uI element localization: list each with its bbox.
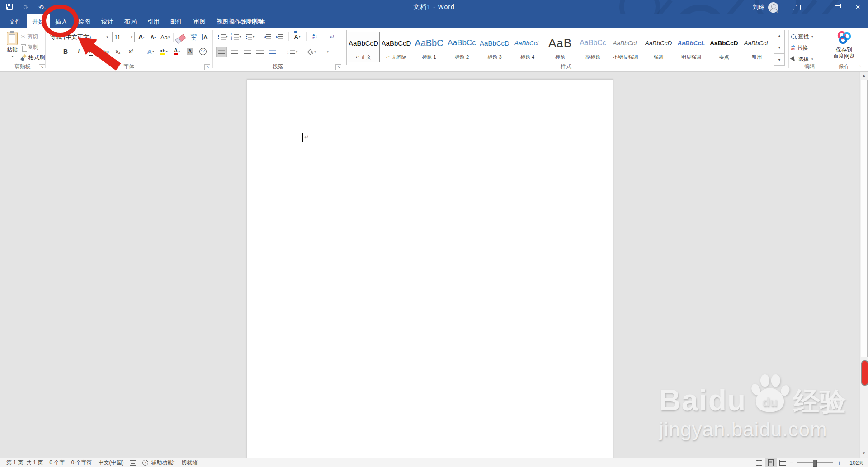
tab-design[interactable]: 设计 <box>96 14 119 28</box>
zoom-slider-thumb[interactable] <box>813 460 817 467</box>
close-button[interactable]: × <box>848 0 868 14</box>
strikethrough-button[interactable]: abc <box>100 47 110 57</box>
scroll-up-arrow[interactable]: ▲ <box>861 73 867 79</box>
style-normal[interactable]: AaBbCcD↵ 正文 <box>348 32 380 62</box>
style-heading-2[interactable]: AaBbCc标题 2 <box>446 32 478 62</box>
tab-draw[interactable]: 绘图 <box>73 14 96 28</box>
style-subtle-emphasis[interactable]: AaBbCcL不明显强调 <box>610 32 642 62</box>
italic-button[interactable]: I <box>74 47 84 57</box>
font-name-combo[interactable]: 等线 (中文正文) ▾ <box>48 32 110 42</box>
highlight-color-button[interactable]: ab▾ <box>159 47 169 57</box>
numbering-button[interactable]: ▾ <box>231 32 242 42</box>
style-heading-4[interactable]: AaBbCcL标题 4 <box>511 32 543 62</box>
cut-button[interactable]: ✂ 剪切 <box>21 32 38 41</box>
font-size-combo[interactable]: 11 ▾ <box>112 32 135 42</box>
phonetic-guide-button[interactable]: wén文 <box>189 32 198 42</box>
align-center-button[interactable] <box>230 47 240 57</box>
tell-me-search[interactable]: 操作说明搜索 <box>221 14 265 28</box>
tab-file[interactable]: 文件 <box>4 14 27 28</box>
format-painter-button[interactable]: 格式刷 <box>21 53 45 62</box>
subscript-button[interactable]: x₂ <box>113 47 123 57</box>
style-strong[interactable]: AaBbCcD要点 <box>708 32 740 62</box>
tab-insert[interactable]: 插入 <box>50 14 73 28</box>
print-layout-button[interactable] <box>765 458 777 467</box>
read-mode-button[interactable] <box>753 458 765 467</box>
tab-layout[interactable]: 布局 <box>119 14 142 28</box>
enclose-characters-button[interactable]: 字 <box>198 47 208 57</box>
show-hide-marks-button[interactable]: ↵ <box>328 32 338 42</box>
style-heading-3[interactable]: AaBbCcD标题 3 <box>479 32 511 62</box>
scroll-down-arrow[interactable]: ▼ <box>861 450 867 457</box>
character-border-button[interactable]: A <box>200 32 210 42</box>
tab-review[interactable]: 审阅 <box>188 14 211 28</box>
zoom-percentage[interactable]: 102% <box>844 460 863 466</box>
style-title[interactable]: AaB标题 <box>544 32 576 62</box>
document-page[interactable]: ↵ <box>247 79 613 458</box>
clear-formatting-button[interactable] <box>177 32 187 42</box>
style-heading-1[interactable]: AaBbC标题 1 <box>413 32 445 62</box>
styles-scroll-up-button[interactable]: ▲ <box>774 30 785 42</box>
increase-indent-button[interactable]: ▸ <box>275 32 285 42</box>
character-shading-button[interactable]: A <box>185 47 195 57</box>
paste-button[interactable]: 粘贴 ▾ <box>4 31 21 65</box>
paragraph-dialog-launcher[interactable]: ↘ <box>335 64 341 70</box>
char-count[interactable]: 0 个字符 <box>71 459 92 467</box>
zoom-out-button[interactable]: − <box>788 459 794 467</box>
styles-scroll-down-button[interactable]: ▼ <box>774 42 785 54</box>
tab-mailings[interactable]: 邮件 <box>165 14 188 28</box>
paste-dropdown-arrow[interactable]: ▾ <box>12 55 14 58</box>
language-indicator[interactable]: 中文(中国) <box>98 459 123 467</box>
scrollbar-thumb[interactable] <box>861 80 868 357</box>
style-subtitle[interactable]: AaBbCc副标题 <box>577 32 609 62</box>
shrink-font-button[interactable]: A▾ <box>148 32 158 42</box>
ribbon-tab-row: 文件 开始 插入 绘图 设计 布局 引用 邮件 审阅 视图 百度网盘 操作说明搜… <box>0 14 868 28</box>
save-to-baidu-netdisk-button[interactable]: 保存到 百度网盘 <box>833 30 855 64</box>
font-dialog-launcher[interactable]: ↘ <box>204 64 210 70</box>
line-spacing-button[interactable]: ↕▾ <box>286 47 298 57</box>
user-name[interactable]: 刘玲 <box>753 3 764 11</box>
decrease-indent-button[interactable]: ◂ <box>263 32 273 42</box>
ribbon-display-options-button[interactable] <box>787 0 807 14</box>
shading-button[interactable]: ▾ <box>307 47 316 57</box>
justify-button[interactable] <box>255 47 265 57</box>
asian-layout-button[interactable]: A▾ <box>292 32 302 42</box>
zoom-in-button[interactable]: + <box>836 459 842 467</box>
collapse-ribbon-button[interactable]: ⌃ <box>858 65 862 70</box>
multilevel-list-button[interactable]: ▾ <box>244 32 255 42</box>
tab-home[interactable]: 开始 <box>27 14 50 28</box>
user-avatar[interactable] <box>768 2 778 13</box>
font-color-button[interactable]: A▾ <box>172 47 182 57</box>
find-button[interactable]: 查找▾ <box>791 32 813 41</box>
style-quote[interactable]: AaBbCcL引用 <box>741 32 773 62</box>
vertical-scrollbar[interactable]: ▲ ▼ <box>859 72 868 458</box>
distribute-button[interactable] <box>268 47 278 57</box>
phonetic-guide-icon: wén文 <box>191 34 197 40</box>
text-effects-button[interactable]: A▾ <box>146 47 156 57</box>
underline-button[interactable]: U▾ <box>87 47 97 57</box>
replace-button[interactable]: abac 替换 <box>791 43 808 52</box>
select-button[interactable]: 选择▾ <box>791 55 813 64</box>
style-intense-emphasis[interactable]: AaBbCcL明显强调 <box>675 32 708 62</box>
page-indicator[interactable]: 第 1 页, 共 1 页 <box>6 459 43 467</box>
align-left-button[interactable] <box>216 47 227 57</box>
copy-button[interactable]: 复制 <box>21 42 38 52</box>
align-right-button[interactable] <box>242 47 252 57</box>
web-layout-button[interactable] <box>777 458 788 467</box>
change-case-button[interactable]: Aa▾ <box>160 32 170 42</box>
word-count[interactable]: 0 个字 <box>49 459 65 467</box>
zoom-slider-track[interactable] <box>797 462 833 463</box>
style-emphasis[interactable]: AaBbCcD强调 <box>642 32 675 62</box>
tab-references[interactable]: 引用 <box>142 14 165 28</box>
accessibility-status[interactable]: 辅助功能: 一切就绪 <box>151 459 198 467</box>
clipboard-dialog-launcher[interactable]: ↘ <box>39 64 45 70</box>
bold-button[interactable]: B <box>61 47 71 57</box>
input-mode-icon[interactable] <box>130 460 136 466</box>
style-no-spacing[interactable]: AaBbCcD↵ 无间隔 <box>380 32 412 62</box>
borders-button[interactable]: ▾ <box>319 47 329 57</box>
bullets-button[interactable]: ▾ <box>217 32 228 42</box>
sort-button[interactable]: AZ↓ <box>310 32 320 42</box>
minimize-button[interactable]: — <box>807 0 827 14</box>
superscript-button[interactable]: x² <box>126 47 136 57</box>
grow-font-button[interactable]: A▴ <box>137 32 146 42</box>
restore-button[interactable] <box>827 0 848 14</box>
